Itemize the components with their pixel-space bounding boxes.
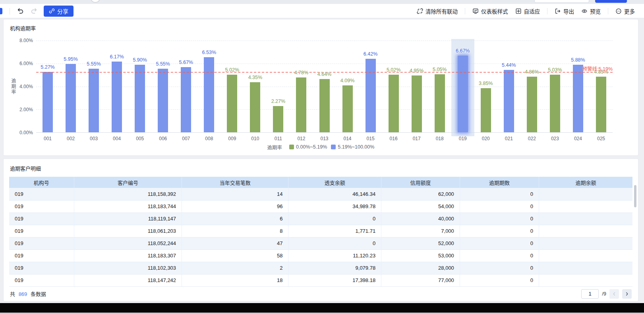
table-cell: 62,000 — [381, 188, 460, 200]
toolbar-button-adaptive[interactable]: 自适应 — [512, 7, 544, 15]
bar-value-label-004: 6.17% — [110, 54, 124, 60]
redo-icon — [31, 8, 37, 14]
table-row: 019118,147,2421817,398.1877,0000 — [9, 274, 632, 286]
page-number-input[interactable] — [581, 289, 599, 299]
share-button[interactable]: 分享 — [44, 6, 73, 17]
undo-button[interactable] — [15, 6, 25, 16]
bar-value-label-019: 6.67% — [456, 48, 470, 54]
bar-value-label-007: 5.67% — [179, 60, 193, 65]
table-cell: 118,158,392 — [74, 188, 182, 200]
bar-value-label-017: 4.95% — [410, 68, 424, 73]
bar-020[interactable] — [481, 88, 491, 132]
bar-017[interactable] — [412, 75, 422, 132]
bar-006[interactable] — [158, 69, 168, 132]
bar-018[interactable] — [435, 74, 445, 132]
bar-012[interactable] — [296, 77, 306, 132]
column-header: 透支余额 — [288, 177, 381, 188]
table-cell: 019 — [9, 249, 74, 262]
toolbar-button-clear-linkage[interactable]: 清除所有联动 — [413, 7, 461, 15]
x-tick-label-012: 012 — [297, 136, 305, 141]
broken-link-icon — [417, 8, 423, 14]
table-cell: 0 — [460, 188, 539, 200]
table-cell: 019 — [9, 213, 74, 225]
table-cell: 019 — [9, 237, 74, 249]
toolbar-button-more[interactable]: 更多 — [612, 7, 638, 15]
bar-014[interactable] — [342, 85, 353, 132]
bar-value-label-024: 5.88% — [571, 57, 585, 63]
x-tick-label-017: 017 — [413, 136, 421, 141]
table-cell — [539, 225, 632, 237]
bar-005[interactable] — [135, 65, 145, 132]
overdue-detail-table-card: 逾期客户明细 机构号客户编号当年交易笔数透支余额信用额度逾期期数逾期余额 019… — [3, 158, 638, 301]
bar-value-label-014: 4.09% — [340, 78, 354, 83]
toolbar-button-preview[interactable]: 预览 — [578, 7, 604, 15]
divider — [608, 8, 608, 14]
table-row: 019118,158,3921446,146.3462,0000 — [9, 188, 632, 200]
bar-009[interactable] — [227, 75, 237, 132]
legend-item-1[interactable]: 5.19%~100.00% — [331, 144, 374, 150]
table-cell: 40,000 — [381, 213, 460, 225]
table-cell: 2 — [182, 262, 288, 274]
table-cell: 0 — [460, 225, 539, 237]
table-cell: 53,000 — [381, 249, 460, 262]
x-tick-label-021: 021 — [505, 136, 513, 141]
toolbar-button-label: 自适应 — [524, 7, 540, 15]
redo-button[interactable] — [29, 6, 39, 16]
warning-line-label: 预警线:5.19% — [582, 65, 613, 72]
bar-value-label-006: 5.55% — [156, 61, 170, 67]
toolbar-right: 清除所有联动仪表板样式自适应导出预览更多 — [413, 4, 638, 18]
table-cell: 0 — [288, 213, 381, 225]
table-cell: 52,000 — [381, 237, 460, 249]
bar-016[interactable] — [389, 75, 399, 132]
bar-value-label-005: 5.90% — [133, 57, 147, 63]
export-icon — [555, 8, 561, 14]
x-tick-label-004: 004 — [113, 136, 121, 141]
bar-025[interactable] — [596, 77, 606, 132]
total-records: 共 869 条数据 — [10, 290, 46, 298]
toolbar-button-dashboard-style[interactable]: 仪表板样式 — [469, 7, 512, 15]
bar-008[interactable] — [204, 57, 214, 132]
table-cell — [539, 262, 632, 274]
table-cell: 54,000 — [381, 200, 460, 213]
bar-023[interactable] — [550, 75, 560, 132]
bar-002[interactable] — [66, 64, 76, 132]
x-tick-label-015: 015 — [367, 136, 375, 141]
bar-001[interactable] — [43, 72, 53, 132]
partial-address-input[interactable] — [534, 0, 589, 3]
x-tick-label-002: 002 — [67, 136, 75, 141]
table-cell — [539, 213, 632, 225]
table-row: 019118,183,3075811,120.2353,0000 — [9, 249, 632, 262]
bar-value-label-003: 5.55% — [87, 61, 101, 67]
bar-015[interactable] — [366, 59, 376, 132]
table-cell: 118,052,244 — [74, 237, 182, 249]
column-header: 机构号 — [9, 177, 74, 188]
prev-page-button[interactable] — [609, 289, 619, 299]
y-tick-label: 6.00% — [19, 61, 33, 66]
bar-007[interactable] — [181, 67, 191, 132]
x-tick-label-019: 019 — [459, 136, 467, 141]
table-footer: 共 869 条数据 /9 — [9, 287, 632, 301]
table-scrollbar[interactable] — [634, 185, 636, 207]
bottom-black-bar — [0, 303, 644, 313]
bar-003[interactable] — [89, 69, 99, 132]
bar-024[interactable] — [573, 65, 583, 132]
partial-primary-button[interactable] — [595, 0, 627, 3]
chevron-right-icon — [624, 291, 630, 297]
next-page-button[interactable] — [622, 289, 632, 299]
bar-011[interactable] — [273, 106, 283, 132]
bar-021[interactable] — [504, 70, 514, 132]
bar-plot: 5.27%5.95%5.55%6.17%5.90%5.55%5.67%6.53%… — [36, 41, 613, 133]
bar-013[interactable] — [319, 79, 330, 132]
legend-item-0[interactable]: 0.00%~5.19% — [289, 144, 327, 150]
bar-019[interactable] — [458, 56, 468, 132]
toolbar: 分享 清除所有联动仪表板样式自适应导出预览更多 — [0, 4, 644, 18]
bar-010[interactable] — [250, 82, 260, 132]
dashboard-style-icon — [472, 8, 479, 14]
bar-022[interactable] — [527, 77, 537, 132]
toolbar-button-export[interactable]: 导出 — [551, 7, 578, 15]
bar-value-label-010: 4.35% — [248, 75, 262, 80]
bar-value-label-001: 5.27% — [41, 64, 54, 70]
table-cell: 019 — [9, 262, 74, 274]
edge-fragment-icon — [0, 8, 2, 14]
table-cell: 34,989.78 — [288, 200, 381, 213]
